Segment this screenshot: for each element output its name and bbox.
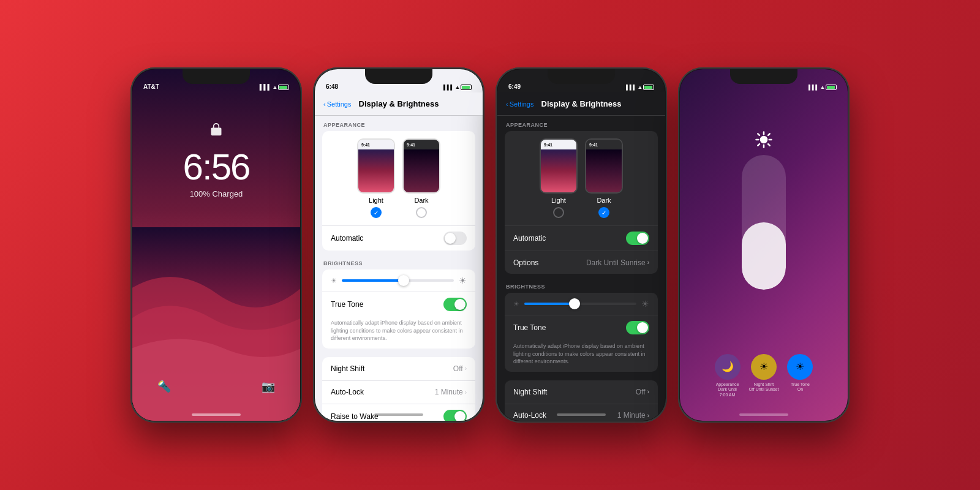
notch-4 <box>730 69 797 84</box>
settings-nav-2: ‹ Settings Display & Brightness <box>315 92 483 116</box>
dark-mode-item-3[interactable]: 9:41 Dark <box>585 138 623 218</box>
light-label-3: Light <box>551 197 566 204</box>
night-shift-btn-circle: ☀ <box>751 354 777 380</box>
chevron-left-icon-3: ‹ <box>506 100 508 108</box>
camera-icon[interactable]: 📷 <box>258 377 278 396</box>
home-indicator-1 <box>192 413 241 416</box>
svg-point-1 <box>760 136 768 144</box>
automatic-label-3: Automatic <box>513 234 546 243</box>
back-button-3[interactable]: ‹ Settings <box>506 100 533 108</box>
back-button-2[interactable]: ‹ Settings <box>323 100 351 108</box>
phone-3: 6:49 ▌▌▌ ⟁ ‹ Settings Display & Bright <box>496 67 667 423</box>
flashlight-icon[interactable]: 🔦 <box>154 377 174 396</box>
signal-2: ▌▌▌ <box>443 85 454 90</box>
night-shift-control-btn[interactable]: ☀ Night ShiftOff Until Sunset <box>749 354 779 398</box>
light-settings-screen: 6:48 ▌▌▌ ⟁ ‹ Settings Display & Bright <box>315 69 483 421</box>
notch-3 <box>548 69 615 84</box>
carrier-label: AT&T <box>143 83 159 90</box>
light-mode-item[interactable]: 9:41 Light <box>357 138 395 218</box>
night-shift-btn-label: Night ShiftOff Until Sunset <box>749 382 779 393</box>
status-icons-1: ▌▌▌ ⟁ <box>260 84 289 90</box>
brightness-fill <box>342 279 404 282</box>
settings-body-2: APPEARANCE 9:41 <box>315 116 483 421</box>
night-shift-label: Night Shift <box>331 364 364 373</box>
time-label-2: 6:48 <box>326 83 338 90</box>
brightness-thumb[interactable] <box>398 275 409 286</box>
true-tone-toggle[interactable] <box>443 298 467 311</box>
back-label-3: Settings <box>510 100 534 108</box>
signal-4: ▌▌▌ <box>809 85 819 90</box>
auto-lock-label: Auto-Lock <box>331 388 364 396</box>
sun-large-icon: ☀ <box>459 276 467 285</box>
dark-radio-3[interactable] <box>598 207 609 218</box>
automatic-label: Automatic <box>331 234 363 243</box>
sun-large-icon-3: ☀ <box>641 299 649 309</box>
dark-radio[interactable] <box>416 207 427 218</box>
lock-icon <box>132 123 300 139</box>
raise-to-wake-toggle[interactable] <box>443 410 467 421</box>
dark-label-3: Dark <box>597 197 611 204</box>
light-radio[interactable] <box>371 207 382 218</box>
automatic-row-3: Automatic <box>505 225 658 251</box>
back-label-2: Settings <box>327 100 352 108</box>
appearance-control-btn[interactable]: 🌙 AppearanceDark Until7:00 AM <box>715 354 741 398</box>
control-center-screen: ▌▌▌ ⟁ <box>680 69 848 421</box>
appearance-row-3: 9:41 Light <box>505 131 658 225</box>
auto-lock-row[interactable]: Auto-Lock 1 Minute › <box>322 380 475 404</box>
auto-lock-chevron: › <box>465 389 467 396</box>
true-tone-toggle-3[interactable] <box>626 321 649 334</box>
appearance-card-3: 9:41 Light <box>505 131 658 274</box>
brightness-section-label: BRIGHTNESS <box>315 254 483 270</box>
time-label-3: 6:49 <box>508 83 521 90</box>
svg-line-7 <box>768 144 770 146</box>
brightness-section-label-3: BRIGHTNESS <box>497 277 665 293</box>
dark-mode-thumb: 9:41 <box>402 138 440 194</box>
lock-time-display: 6:56 100% Charged <box>132 149 300 198</box>
brightness-fill-3 <box>524 303 575 305</box>
lock-bottom-controls: 🔦 📷 <box>132 377 300 396</box>
dark-mode-item[interactable]: 9:41 Dark <box>402 138 440 218</box>
battery-indicator <box>278 85 289 90</box>
light-radio-3[interactable] <box>553 207 564 218</box>
brightness-track[interactable] <box>342 279 454 282</box>
options-value: Dark Until Sunrise › <box>586 258 649 267</box>
true-tone-control-btn[interactable]: ☀ True ToneOn <box>787 354 813 398</box>
light-thumb-status: 9:41 <box>358 140 394 149</box>
night-shift-row-3[interactable]: Night Shift Off › <box>505 380 658 404</box>
options-row[interactable]: Options Dark Until Sunrise › <box>505 251 658 274</box>
night-shift-row[interactable]: Night Shift Off › <box>322 357 475 380</box>
auto-lock-label-3: Auto-Lock <box>513 411 546 420</box>
true-tone-row-3: True Tone <box>505 315 658 340</box>
light-mode-item-3[interactable]: 9:41 Light <box>540 138 578 218</box>
light-wallpaper-3 <box>541 149 576 192</box>
automatic-toggle-3[interactable] <box>626 232 649 245</box>
nav-title-3: Display & Brightness <box>541 99 622 108</box>
wifi-4: ⟁ <box>821 84 824 90</box>
home-indicator-4 <box>739 413 788 416</box>
appearance-section-label: APPEARANCE <box>315 116 483 131</box>
nav-title-2: Display & Brightness <box>359 99 439 108</box>
appearance-card: 9:41 Light <box>322 131 475 251</box>
night-shift-chevron: › <box>465 365 467 372</box>
lock-clock: 6:56 <box>132 149 300 186</box>
svg-line-8 <box>758 144 760 146</box>
night-shift-value: Off › <box>453 364 467 373</box>
battery-status: 100% Charged <box>132 189 300 198</box>
settings-body-3: APPEARANCE 9:41 <box>497 116 665 421</box>
appearance-row: 9:41 Light <box>322 131 475 225</box>
auto-lock-row-3[interactable]: Auto-Lock 1 Minute › <box>505 404 658 421</box>
true-tone-btn-label: True ToneOn <box>791 382 810 393</box>
true-tone-desc: Automatically adapt iPhone display based… <box>322 317 475 349</box>
battery-4 <box>826 85 837 90</box>
brightness-card-3: ☀ ☀ True Tone Automatically adapt iP <box>505 293 658 372</box>
wifi-icon: ⟁ <box>273 84 276 90</box>
automatic-toggle[interactable] <box>443 232 467 245</box>
dark-label: Dark <box>414 197 428 204</box>
brightness-track-3[interactable] <box>524 303 636 305</box>
lock-screen: AT&T ▌▌▌ ⟁ 6:56 100% Cha <box>132 69 300 421</box>
brightness-thumb-3[interactable] <box>569 298 580 309</box>
auto-lock-value: 1 Minute › <box>435 388 467 396</box>
auto-lock-chevron-3: › <box>647 412 649 419</box>
brightness-capsule[interactable] <box>742 155 786 290</box>
appearance-btn-label: AppearanceDark Until7:00 AM <box>716 382 739 398</box>
